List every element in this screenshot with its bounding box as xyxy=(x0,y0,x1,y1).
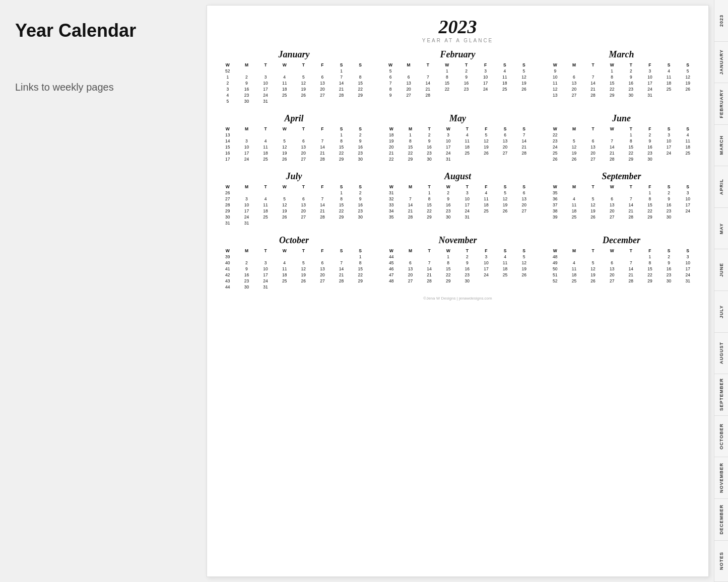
day-cell: 24 xyxy=(477,272,496,278)
day-cell: 5 xyxy=(275,196,294,202)
col-header: S xyxy=(332,62,351,68)
day-cell: 7 xyxy=(332,260,351,266)
table-row: 2122232425262728 xyxy=(382,150,534,156)
day-cell: 28 xyxy=(418,92,437,98)
month-block-may: MayWMTWTFSS18123456719891011121314201516… xyxy=(381,111,535,164)
day-cell: 27 xyxy=(565,92,584,98)
month-table: WMTWTFSS52112345678291011121314153161718… xyxy=(218,62,370,104)
month-block-february: FebruaryWMTWTFSS512345667891011127131415… xyxy=(381,47,535,106)
table-row: 1312 xyxy=(218,132,370,138)
day-cell: 23 xyxy=(640,150,659,156)
sidebar-item-february[interactable]: FEBRUARY xyxy=(714,83,728,125)
day-cell: 2 xyxy=(458,254,477,260)
sidebar-item-december[interactable]: DECEMBER xyxy=(714,499,728,541)
sidebar-item-august[interactable]: AUGUST xyxy=(714,333,728,375)
day-cell xyxy=(332,220,351,226)
sidebar-item-january[interactable]: JANUARY xyxy=(714,42,728,84)
day-cell: 5 xyxy=(275,138,294,144)
week-num: 24 xyxy=(546,144,565,150)
sidebar-item-november[interactable]: NOVEMBER xyxy=(714,457,728,499)
day-cell: 22 xyxy=(603,86,622,92)
day-cell: 1 xyxy=(351,254,370,260)
sidebar-item-march[interactable]: MARCH xyxy=(714,125,728,167)
sidebar-item-september[interactable]: SEPTEMBER xyxy=(714,374,728,416)
day-cell xyxy=(313,254,332,260)
day-cell: 13 xyxy=(313,266,332,272)
table-row: 53031 xyxy=(218,98,370,104)
day-cell: 6 xyxy=(565,74,584,80)
table-row: 423242526272829 xyxy=(218,92,370,98)
col-header: T xyxy=(420,126,439,132)
day-cell: 8 xyxy=(603,74,622,80)
day-cell xyxy=(565,132,584,138)
month-name: April xyxy=(218,113,370,124)
table-row: 2917181920212223 xyxy=(218,208,370,214)
day-cell xyxy=(237,68,256,74)
day-cell: 7 xyxy=(313,138,332,144)
day-cell xyxy=(678,156,697,162)
sidebar-item-may[interactable]: MAY xyxy=(714,208,728,250)
sidebar-item-june[interactable]: JUNE xyxy=(714,249,728,291)
day-cell: 25 xyxy=(678,150,697,156)
week-num: 49 xyxy=(546,260,565,266)
day-cell: 24 xyxy=(678,208,697,214)
col-header: T xyxy=(256,126,275,132)
sidebar-label: AUGUST xyxy=(719,342,724,364)
day-cell xyxy=(583,254,603,260)
day-cell: 7 xyxy=(401,196,420,202)
day-cell: 13 xyxy=(603,202,622,208)
day-cell: 1 xyxy=(437,68,456,74)
col-header: S xyxy=(678,126,697,132)
day-cell: 9 xyxy=(659,196,679,202)
day-cell xyxy=(256,220,275,226)
day-cell: 22 xyxy=(351,272,370,278)
day-cell: 15 xyxy=(332,202,351,208)
day-cell: 16 xyxy=(351,202,370,208)
day-cell xyxy=(294,254,313,260)
sidebar-item-notes[interactable]: NOTES xyxy=(714,541,728,582)
col-header: S xyxy=(514,184,534,190)
day-cell xyxy=(495,92,514,98)
week-num: 41 xyxy=(218,266,237,272)
sidebar-item-october[interactable]: OCTOBER xyxy=(714,416,728,458)
col-header: W xyxy=(603,62,622,68)
col-header: T xyxy=(420,248,439,254)
col-header: M xyxy=(237,248,256,254)
week-num: 5 xyxy=(382,68,399,74)
col-header: W xyxy=(382,184,401,190)
day-cell: 10 xyxy=(477,260,496,266)
sidebar-item-july[interactable]: JULY xyxy=(714,291,728,333)
day-cell xyxy=(476,92,495,98)
day-cell: 3 xyxy=(476,68,495,74)
month-block-july: JulyWMTWTFSS2612273456789281011121314151… xyxy=(217,169,371,228)
sidebar-label: DECEMBER xyxy=(719,504,724,535)
day-cell: 3 xyxy=(256,74,275,80)
day-cell: 9 xyxy=(640,138,659,144)
day-cell xyxy=(437,92,456,98)
day-cell: 3 xyxy=(439,132,458,138)
col-header: S xyxy=(659,184,679,190)
col-header: W xyxy=(382,248,401,254)
week-num: 4 xyxy=(218,92,237,98)
day-cell: 3 xyxy=(458,190,477,196)
day-cell: 31 xyxy=(237,220,256,226)
day-cell: 8 xyxy=(420,196,439,202)
day-cell: 29 xyxy=(603,92,622,98)
col-header: W xyxy=(546,62,565,68)
day-cell: 30 xyxy=(420,156,439,162)
sidebar-label: JULY xyxy=(719,305,724,318)
sidebar-item-april[interactable]: APRIL xyxy=(714,166,728,208)
col-header: F xyxy=(313,248,332,254)
day-cell: 4 xyxy=(565,196,584,202)
day-cell xyxy=(313,132,332,138)
day-cell: 27 xyxy=(399,92,418,98)
day-cell: 7 xyxy=(313,196,332,202)
col-header: W xyxy=(439,248,458,254)
table-row: 3278910111213 xyxy=(382,196,534,202)
day-cell: 18 xyxy=(659,80,679,86)
month-name: February xyxy=(382,49,534,60)
day-cell: 25 xyxy=(458,150,477,156)
year-subtitle: YEAR AT A GLANCE xyxy=(217,38,698,43)
sidebar-item-2023[interactable]: 2023 xyxy=(714,0,728,42)
day-cell: 4 xyxy=(678,132,697,138)
